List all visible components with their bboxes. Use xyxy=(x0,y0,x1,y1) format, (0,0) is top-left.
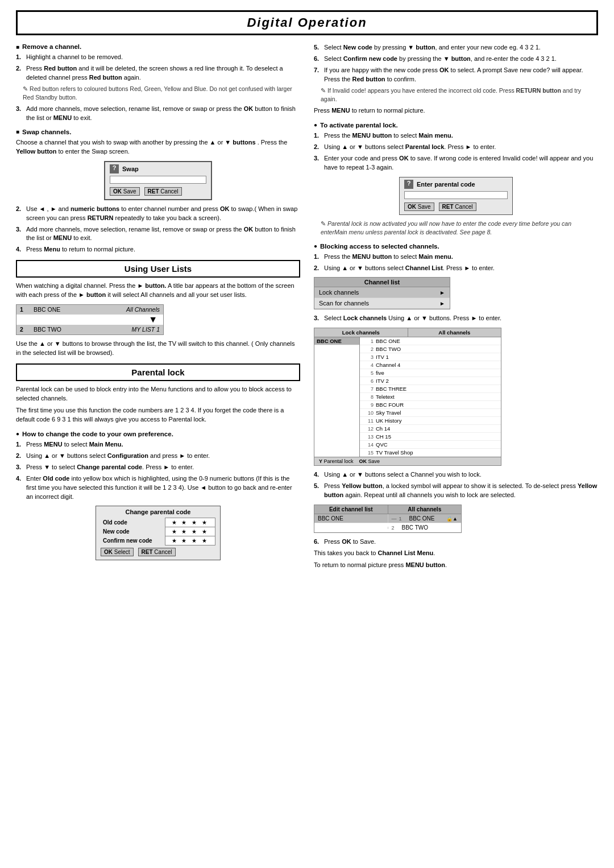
activate-step-3: 3. Enter your code and press OK to save.… xyxy=(314,154,598,172)
activate-parental-heading: To activate parental lock. xyxy=(314,122,598,129)
lock-col-right: 1 BBC ONE 2 BBC TWO 3 ITV 1 4 xyxy=(360,337,501,457)
left-column: Remove a channel. 1. Highlight a channel… xyxy=(16,43,300,573)
change-code-step-1: 1. Press MENU to select Main Menu. xyxy=(16,440,300,449)
remove-channel-heading: Remove a channel. xyxy=(16,43,300,50)
change-code-step-3: 3. Press ▼ to select Change parental cod… xyxy=(16,463,300,472)
press-menu-note: Press MENU to return to normal picture. xyxy=(314,106,598,115)
scan-channels-arrow: ► xyxy=(439,300,445,307)
remove-channel-section: Remove a channel. 1. Highlight a channel… xyxy=(16,43,300,123)
channel-row-1: 1 BBC ONE All Channels xyxy=(16,305,163,315)
pcode-footer: OK Select RET Cancel xyxy=(101,548,215,556)
channel-list-demo: 1 BBC ONE All Channels ▼ 2 BBC TWO MY LI… xyxy=(16,304,164,335)
channel-row-2: 2 BBC TWO MY LIST 1 xyxy=(16,325,163,334)
channel-list-menu-header: Channel list xyxy=(314,278,450,287)
enter-code-footer: OK Save RET Cancel xyxy=(404,202,508,211)
activate-step-2: 2. Using ▲ or ▼ buttons select Parental … xyxy=(314,143,598,152)
lock-right-row-12: 12 Ch 14 xyxy=(360,425,501,433)
dialog-q-mark: ? xyxy=(110,164,119,173)
lock-right-row-9: 9 BBC FOUR xyxy=(360,401,501,409)
pcode-ok-btn: OK Select xyxy=(101,548,134,556)
blocking-access-section: Blocking access to selected channels. 1.… xyxy=(314,243,598,570)
lock-table-footer: Y Parental lock OK Save xyxy=(314,457,501,465)
page-title: Digital Operation xyxy=(16,10,598,35)
blocking-step-5: 5. Press Yellow button, a locked symbol … xyxy=(314,482,598,500)
lock-channels-arrow: ► xyxy=(439,290,445,296)
swap-dialog: ? Swap OK Save RET Cancel xyxy=(104,161,212,200)
swap-input xyxy=(110,176,206,184)
channel-list-arrow: ▼ xyxy=(16,315,163,325)
swap-channels-section: Swap channels. Choose a channel that you… xyxy=(16,129,300,255)
remove-step-2: 2. Press Red button and it will be delet… xyxy=(16,64,300,82)
remove-step-3: 3. Add more channels, move selection, re… xyxy=(16,105,300,123)
channel-list-menu-back: This takes you back to Channel List Menu… xyxy=(314,549,598,558)
swap-channels-heading: Swap channels. xyxy=(16,129,300,135)
edit-list-header: Edit channel list All channels xyxy=(314,505,461,514)
lock-channels-item: Lock channels ► xyxy=(314,287,450,298)
swap-step-3: 3. Add more channels, move selection, re… xyxy=(16,225,300,243)
lock-channels-table: Lock channels All channels BBC ONE 1 BBC… xyxy=(314,328,501,466)
parental-lock-title: Parental lock xyxy=(16,363,300,381)
parental-lock-intro: Parental lock can be used to block entry… xyxy=(16,385,300,403)
swap-step-2: 2. Use ◄ , ► and numeric buttons to ente… xyxy=(16,205,300,223)
swap-ok-btn: OK Save xyxy=(110,187,140,196)
swap-intro: Choose a channel that you wish to swap w… xyxy=(16,138,300,156)
remove-note: Red button refers to coloured buttons Re… xyxy=(16,85,300,102)
blocking-step-1: 1. Press the MENU button to select Main … xyxy=(314,253,598,262)
lock-right-row-3: 3 ITV 1 xyxy=(360,353,501,361)
lock-right-row-14: 14 QVC xyxy=(360,441,501,449)
enter-code-input xyxy=(404,191,508,199)
new-code-step-6: 6. Select Confirm new code by pressing t… xyxy=(314,55,598,64)
blocking-step-2: 2. Using ▲ or ▼ buttons select Channel L… xyxy=(314,264,598,273)
edit-list-row-bbc-one: BBC ONE — 1 BBC ONE 🔒▲ xyxy=(314,514,461,523)
enter-code-ok-btn: OK Save xyxy=(404,202,434,211)
lock-right-row-10: 10 Sky Travel xyxy=(360,409,501,417)
lock-right-row-13: 13 CH 15 xyxy=(360,433,501,441)
scan-for-channels-item: Scan for channels ► xyxy=(314,298,450,309)
lock-table-header: Lock channels All channels xyxy=(314,328,501,337)
invalid-code-note: If Invalid code! appears you have entere… xyxy=(314,86,598,104)
new-code-step-7: 7. If you are happy with the new code pr… xyxy=(314,66,598,84)
enter-parental-code-dialog: ? Enter parental code OK Save RET Cancel xyxy=(399,177,513,215)
change-code-heading: How to change the code to your own prefe… xyxy=(16,431,300,437)
right-column: 5. Select New code by pressing ▼ button,… xyxy=(314,43,598,573)
change-code-step-4: 4. Enter Old code into yellow box which … xyxy=(16,474,300,502)
lock-right-row-11: 11 UK History xyxy=(360,417,501,425)
lock-right-row-5: 5 five xyxy=(360,369,501,377)
lock-right-row-4: 4 Channel 4 xyxy=(360,361,501,369)
remove-step-1: 1. Highlight a channel to be removed. xyxy=(16,53,300,62)
edit-list-row-bbc-two: 2 BBC TWO xyxy=(314,523,461,532)
lock-col-left: BBC ONE xyxy=(314,337,360,457)
activate-step-1: 1. Press the MENU button to select Main … xyxy=(314,131,598,140)
lock-right-row-2: 2 BBC TWO xyxy=(360,345,501,353)
pcode-row-confirm: Confirm new code ★ ★ ★ ★ xyxy=(101,536,215,545)
new-code-step-5: 5. Select New code by pressing ▼ button,… xyxy=(314,43,598,52)
swap-dialog-buttons: OK Save RET Cancel xyxy=(110,187,206,196)
lock-right-row-6: 6 ITV 2 xyxy=(360,377,501,385)
enter-code-ret-btn: RET Cancel xyxy=(439,202,476,211)
parental-lock-first-time: The first time you use this function the… xyxy=(16,406,300,424)
edit-channel-list: Edit channel list All channels BBC ONE —… xyxy=(314,505,462,533)
change-code-step-2: 2. Using ▲ or ▼ buttons select Configura… xyxy=(16,452,300,461)
lock-right-row-1: 1 BBC ONE xyxy=(360,337,501,345)
lock-right-row-8: 8 Teletext xyxy=(360,393,501,401)
lock-right-row-15: 15 TV Travel Shop xyxy=(360,449,501,457)
blocking-step-6: 6. Press OK to Save. xyxy=(314,538,598,547)
parental-lock-activated-note: Parental lock is now activated you will … xyxy=(314,220,598,237)
blocking-access-heading: Blocking access to selected channels. xyxy=(314,243,598,250)
activate-parental-section: To activate parental lock. 1. Press the … xyxy=(314,122,598,237)
channel-list-menu: Channel list Lock channels ► Scan for ch… xyxy=(314,277,450,309)
return-normal-picture: To return to normal picture press MENU b… xyxy=(314,561,598,570)
using-user-lists-body: Use the ▲ or ▼ buttons to browse through… xyxy=(16,340,300,358)
pcode-ret-btn: RET Cancel xyxy=(138,548,176,556)
using-user-lists-title: Using User Lists xyxy=(16,260,300,278)
pcode-table: Old code ★ ★ ★ ★ New code ★ ★ ★ ★ Confir… xyxy=(101,518,215,545)
enter-code-q-mark: ? xyxy=(404,180,413,189)
lock-table-body: BBC ONE 1 BBC ONE 2 BBC TWO 3 xyxy=(314,337,501,457)
lock-left-row: BBC ONE xyxy=(314,337,359,345)
using-user-lists-intro: When watching a digital channel. Press t… xyxy=(16,282,300,300)
pcode-row-new: New code ★ ★ ★ ★ xyxy=(101,527,215,536)
swap-step-4: 4. Press Menu to return to normal pictur… xyxy=(16,245,300,254)
pcode-row-old: Old code ★ ★ ★ ★ xyxy=(101,518,215,527)
change-parental-code-dialog: Change parental code Old code ★ ★ ★ ★ Ne… xyxy=(96,506,221,560)
blocking-step-4: 4. Using ▲ or ▼ buttons select a Channel… xyxy=(314,470,598,480)
